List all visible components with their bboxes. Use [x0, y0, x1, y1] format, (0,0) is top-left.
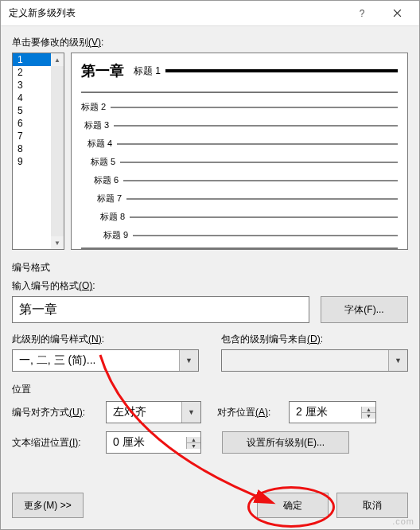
position-group-label: 位置: [12, 383, 408, 396]
align-label: 编号对齐方式: [12, 407, 69, 418]
more-button[interactable]: 更多(M) >>: [12, 493, 84, 518]
font-button[interactable]: 字体(F)...: [321, 296, 408, 323]
number-format-group-label: 编号格式: [12, 261, 408, 275]
ok-button[interactable]: 确定: [257, 493, 329, 518]
preview-row: 标题 2: [81, 101, 398, 113]
preview-main-number: 第一章: [81, 61, 124, 80]
spin-down-icon[interactable]: ▼: [362, 412, 375, 419]
scrollbar[interactable]: ▲ ▼: [51, 53, 64, 249]
help-button[interactable]: ?: [344, 2, 379, 25]
preview-main-label: 标题 1: [134, 64, 161, 78]
scroll-down-icon[interactable]: ▼: [51, 236, 64, 249]
include-level-combo: ▼: [221, 349, 408, 372]
preview-row: 标题 3: [81, 119, 398, 131]
include-label: 包含的级别编号来自: [221, 333, 307, 345]
align-pos-label: 对齐位置: [217, 407, 255, 418]
spin-down-icon[interactable]: ▼: [187, 442, 200, 449]
window-title: 定义新多级列表: [9, 6, 344, 20]
preview-row: 标题 7: [81, 193, 398, 205]
align-combo[interactable]: 左对齐 ▼: [106, 401, 201, 423]
chevron-down-icon[interactable]: ▼: [179, 350, 198, 371]
chevron-down-icon[interactable]: ▼: [181, 402, 200, 423]
cancel-button[interactable]: 取消: [336, 493, 408, 518]
preview-row: 标题 8: [81, 211, 398, 223]
number-format-input[interactable]: [12, 296, 309, 323]
scroll-up-icon[interactable]: ▲: [51, 53, 64, 66]
indent-label: 文本缩进位置: [12, 437, 69, 448]
number-style-combo[interactable]: 一, 二, 三 (简)... ▼: [12, 349, 199, 372]
align-pos-spinner[interactable]: 2 厘米 ▲ ▼: [289, 401, 376, 423]
scroll-track[interactable]: [51, 66, 64, 236]
preview-row: 标题 6: [81, 174, 398, 186]
enter-format-label: 输入编号的格式: [12, 280, 79, 291]
watermark: .com: [392, 516, 414, 526]
level-list-label: 单击要修改的级别(V):: [12, 36, 408, 49]
preview-row: 标题 5: [81, 156, 398, 168]
preview-pane: 第一章 标题 1 标题 2标题 3标题 4标题 5标题 6标题 7标题 8标题 …: [71, 53, 408, 250]
close-icon: [393, 9, 402, 18]
preview-row: 标题 4: [81, 138, 398, 150]
set-all-levels-button[interactable]: 设置所有级别(E)...: [222, 431, 349, 454]
style-label: 此级别的编号样式: [12, 333, 88, 345]
spin-up-icon[interactable]: ▲: [362, 407, 375, 412]
preview-row: 标题 9: [81, 229, 398, 241]
chevron-down-icon: ▼: [388, 350, 407, 371]
spin-up-icon[interactable]: ▲: [187, 437, 200, 442]
indent-spinner[interactable]: 0 厘米 ▲ ▼: [106, 431, 201, 454]
level-listbox[interactable]: 123456789 ▲ ▼: [12, 53, 64, 250]
close-button[interactable]: [379, 2, 414, 25]
